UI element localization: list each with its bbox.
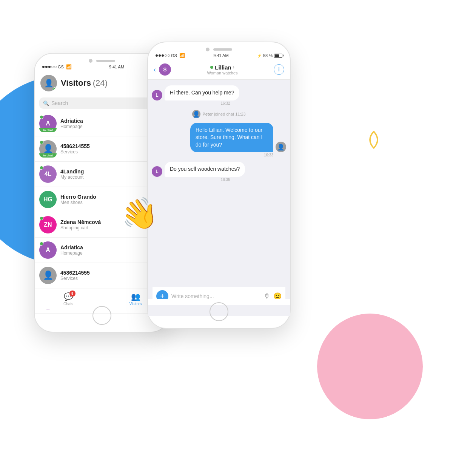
bubble-3: Do you sell wooden watches? — [165, 162, 245, 177]
wave-emoji: 👋 — [118, 193, 162, 235]
camera-right — [206, 48, 210, 51]
msg-avatar-agent: 👤 — [276, 142, 286, 152]
search-bar[interactable]: 🔍 Search — [39, 97, 165, 109]
signal-left — [42, 66, 57, 68]
visitor-avatar-4: HG — [39, 191, 57, 208]
chat-header: ‹ S Lillian › Woman watches i — [148, 60, 290, 80]
chats-badge: 5 — [69, 291, 76, 297]
system-msg: 👤 Peter joined chat 11:23 — [152, 110, 286, 118]
phone-right: GS 📶 9:41 AM ⚡ 58 % ‹ S Lillian — [147, 42, 291, 329]
time-right: 9:41 AM — [213, 53, 228, 58]
visitor-avatar-5: ZN — [39, 216, 57, 233]
chat-subtitle: Woman watches — [171, 71, 274, 75]
search-icon: 🔍 — [43, 100, 49, 106]
bluetooth-icon: ⚡ — [257, 54, 262, 58]
main-online-dot — [53, 87, 57, 91]
home-indicator-right — [148, 298, 290, 325]
dot4 — [51, 66, 54, 68]
status-left-left: GS 📶 — [42, 64, 72, 70]
visitor-avatar-3: 4L — [39, 165, 57, 183]
msg-time-2: 16:33 — [152, 153, 286, 157]
visitors-title-wrap: Visitors (24) — [61, 78, 108, 88]
online-dot-1 — [40, 115, 43, 119]
chat-header-avatar: S — [159, 63, 171, 76]
online-dot-3 — [40, 166, 43, 170]
dot1 — [42, 66, 45, 68]
rdot1 — [156, 54, 158, 57]
msg-time-3: 16:36 — [152, 178, 286, 182]
bubble-1: Hi there. Can you help me? — [165, 85, 239, 100]
msg-avatar-3: L — [152, 166, 162, 177]
dot5 — [54, 66, 57, 68]
dot3 — [48, 66, 51, 68]
in-chat-badge-1: in chat — [39, 128, 57, 132]
main-avatar: 👤 — [40, 75, 57, 91]
rdot5 — [168, 54, 170, 57]
msg-row-1: L Hi there. Can you help me? — [152, 85, 286, 100]
msg-row-2: Hello Lillian. Welcome to our store. Sur… — [152, 123, 286, 153]
msg-row-3: L Do you sell wooden watches? — [152, 162, 286, 177]
msg-block-2: Hello Lillian. Welcome to our store. Sur… — [152, 123, 286, 158]
msg-time-1: 16:32 — [152, 101, 286, 105]
home-circle-right — [210, 302, 228, 321]
msg-block-1: L Hi there. Can you help me? 16:32 — [152, 85, 286, 105]
phones-container: GS 📶 9:41 AM 👤 Visitors (24) 🔍 Search — [34, 30, 393, 446]
contact-online-dot — [210, 66, 213, 69]
visitor-avatar-2: 👤 in chat — [39, 140, 57, 158]
msg-avatar-1: L — [152, 90, 162, 100]
home-circle-left — [92, 306, 111, 325]
bubble-2: Hello Lillian. Welcome to our store. Sur… — [190, 123, 273, 153]
chats-tab-icon: 💬 5 — [64, 292, 73, 301]
visitors-title: Visitors — [61, 78, 91, 88]
chevron-icon: › — [233, 65, 234, 70]
camera-left — [89, 59, 92, 63]
visitor-avatar-6: A — [39, 241, 57, 259]
info-button[interactable]: i — [274, 64, 284, 75]
contact-name: Lillian › — [171, 64, 274, 71]
battery-right-wrap: ⚡ 58 % — [257, 53, 282, 58]
visitor-avatar-1: A in chat — [39, 115, 57, 132]
battery-fill — [275, 54, 279, 57]
visitors-count: (24) — [93, 78, 108, 88]
online-dot-5 — [40, 216, 43, 220]
signal-right — [156, 54, 170, 57]
online-dot-6 — [40, 242, 43, 246]
wifi-right: 📶 — [179, 53, 185, 58]
time-left: 9:41 AM — [109, 65, 124, 69]
dot2 — [45, 66, 48, 68]
visitor-avatar-7: 👤 — [39, 267, 57, 284]
system-avatar: 👤 — [192, 110, 200, 118]
search-placeholder: Search — [51, 100, 68, 106]
rdot4 — [165, 54, 167, 57]
battery-pct: 58 % — [263, 53, 273, 58]
status-left-right: GS 📶 — [156, 53, 185, 58]
wifi-left: 📶 — [66, 64, 72, 70]
back-button[interactable]: ‹ — [154, 66, 156, 74]
chat-messages: L Hi there. Can you help me? 16:32 👤 Pet… — [148, 80, 290, 316]
carrier-left: GS — [58, 65, 64, 69]
speaker-left — [96, 60, 115, 62]
in-chat-badge-2: in chat — [39, 153, 57, 158]
status-bar-right: GS 📶 9:41 AM ⚡ 58 % — [148, 51, 290, 60]
rdot3 — [162, 54, 164, 57]
online-dot-2 — [40, 141, 43, 144]
chat-header-left: ‹ S — [154, 63, 171, 76]
contact-name-text: Lillian — [215, 64, 231, 71]
battery-icon-right — [274, 54, 282, 58]
rdot2 — [159, 54, 161, 57]
carrier-right: GS — [171, 53, 177, 58]
chat-header-center: Lillian › Woman watches — [171, 64, 274, 75]
msg-block-3: L Do you sell wooden watches? 16:36 — [152, 162, 286, 182]
phone-top-right — [148, 42, 290, 51]
visitors-tab-icon: 👥 — [131, 292, 140, 301]
system-msg-text: Peter joined chat 11:23 — [202, 112, 245, 116]
speaker-right — [213, 48, 232, 51]
